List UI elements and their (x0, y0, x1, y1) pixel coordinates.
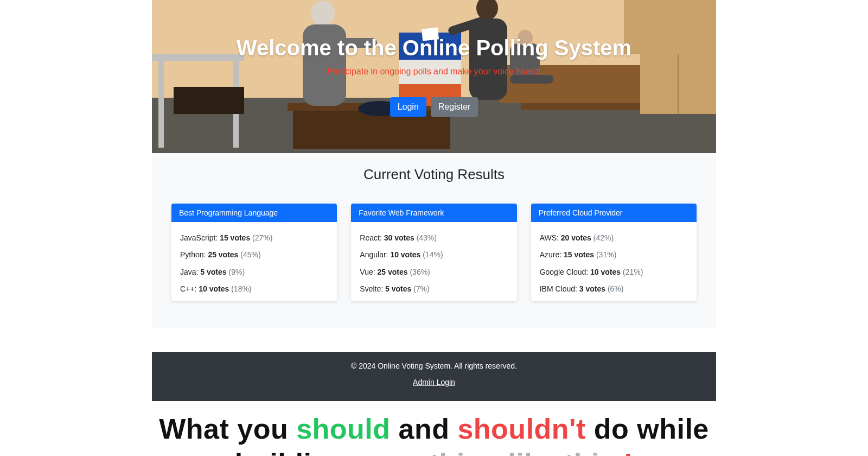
poll-option-label: Google Cloud (540, 268, 586, 276)
poll-card: Favorite Web FrameworkReact: 30 votes (4… (351, 204, 516, 301)
poll-option-votes: 25 votes (378, 268, 408, 276)
poll-option-row: C++: 10 votes (18%) (180, 281, 328, 297)
results-section: Current Voting Results Best Programming … (152, 153, 716, 328)
poll-option-pct: (31%) (596, 250, 616, 259)
poll-option-pct: (9%) (229, 268, 245, 276)
poll-option-label: Java (180, 268, 196, 276)
poll-card: Best Programming LanguageJavaScript: 15 … (171, 204, 337, 301)
poll-option-pct: (7%) (413, 284, 430, 293)
poll-option-pct: (42%) (593, 233, 614, 242)
poll-option-pct: (18%) (231, 284, 251, 293)
poll-option-label: Vue (360, 268, 373, 276)
poll-option-row: Azure: 15 votes (31%) (540, 246, 688, 263)
poll-card-body: AWS: 20 votes (42%)Azure: 15 votes (31%)… (531, 222, 697, 301)
hero-section: Welcome to the Online Polling System Par… (152, 0, 716, 153)
poll-card-body: JavaScript: 15 votes (27%)Python: 25 vot… (171, 222, 337, 301)
poll-option-votes: 15 votes (220, 233, 250, 242)
poll-option-row: Svelte: 5 votes (7%) (360, 281, 508, 297)
login-button[interactable]: Login (390, 97, 426, 117)
caption-text: and (391, 413, 458, 445)
poll-option-label: JavaScript (180, 233, 215, 242)
poll-option-votes: 10 votes (390, 250, 420, 259)
poll-option-votes: 10 votes (199, 284, 229, 293)
poll-card-header: Favorite Web Framework (351, 204, 516, 222)
poll-option-votes: 15 votes (564, 250, 594, 259)
register-button[interactable]: Register (431, 97, 478, 117)
poll-option-votes: 5 votes (385, 284, 411, 293)
caption-text: building (235, 448, 355, 456)
poll-card: Preferred Cloud ProviderAWS: 20 votes (4… (531, 204, 697, 301)
poll-option-votes: 20 votes (561, 233, 591, 242)
poll-option-pct: (36%) (410, 268, 430, 276)
poll-option-label: Azure (540, 250, 560, 259)
poll-option-pct: (45%) (240, 250, 260, 259)
poll-option-row: AWS: 20 votes (42%) (540, 230, 688, 246)
caption-text: What you (159, 413, 296, 445)
poll-option-votes: 25 votes (208, 250, 238, 259)
poll-card-body: React: 30 votes (43%)Angular: 10 votes (… (351, 222, 516, 301)
results-heading: Current Voting Results (152, 166, 716, 183)
poll-option-row: Google Cloud: 10 votes (21%) (540, 264, 688, 281)
hero-subtitle: Participate in ongoing polls and make yo… (152, 67, 716, 77)
poll-option-label: C++ (180, 284, 194, 293)
caption-bang: ! (623, 448, 633, 456)
caption-text: do while (586, 413, 709, 445)
poll-card-header: Best Programming Language (171, 204, 337, 222)
caption-grey: something like this (355, 448, 623, 456)
poll-option-row: IBM Cloud: 3 votes (6%) (540, 281, 688, 297)
poll-option-row: Angular: 10 votes (14%) (360, 246, 508, 263)
poll-option-label: React (360, 233, 380, 242)
poll-option-row: JavaScript: 15 votes (27%) (180, 230, 328, 246)
admin-login-link[interactable]: Admin Login (413, 378, 455, 387)
poll-option-label: AWS (540, 233, 557, 242)
poll-option-votes: 10 votes (590, 268, 621, 276)
footer-copyright: © 2024 Online Voting System. All rights … (152, 362, 716, 370)
caption-shouldnt: shouldn't (457, 413, 585, 445)
poll-option-pct: (21%) (623, 268, 643, 276)
caption-should: should (296, 413, 390, 445)
poll-option-pct: (27%) (252, 233, 272, 242)
poll-option-row: Java: 5 votes (9%) (180, 264, 328, 281)
poll-option-label: Angular (360, 250, 386, 259)
page-footer: © 2024 Online Voting System. All rights … (152, 352, 716, 401)
poll-option-votes: 3 votes (579, 284, 605, 293)
poll-option-votes: 5 votes (200, 268, 226, 276)
poll-option-votes: 30 votes (384, 233, 414, 242)
poll-option-pct: (43%) (417, 233, 437, 242)
article-caption: What you should and shouldn't do while b… (0, 412, 868, 456)
poll-card-header: Preferred Cloud Provider (531, 204, 697, 222)
poll-option-row: React: 30 votes (43%) (360, 230, 508, 246)
poll-option-pct: (14%) (423, 250, 443, 259)
poll-option-label: IBM Cloud (540, 284, 575, 293)
poll-option-row: Python: 25 votes (45%) (180, 246, 328, 263)
poll-option-label: Svelte (360, 284, 381, 293)
poll-option-row: Vue: 25 votes (36%) (360, 264, 508, 281)
hero-title: Welcome to the Online Polling System (152, 36, 716, 60)
poll-option-pct: (6%) (608, 284, 624, 293)
poll-option-label: Python (180, 250, 204, 259)
